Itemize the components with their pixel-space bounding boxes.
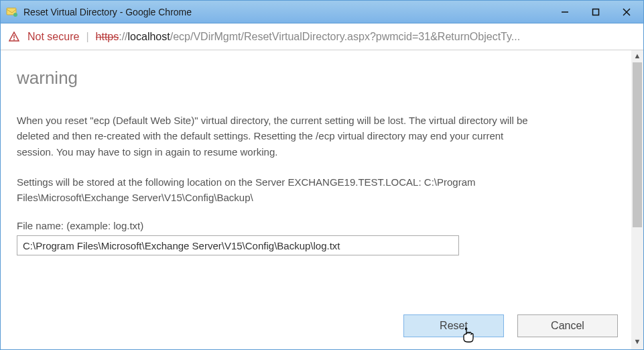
url-separator: | xyxy=(86,31,88,43)
titlebar[interactable]: Reset Virtual Directory - Google Chrome xyxy=(1,1,643,23)
svg-point-1 xyxy=(13,13,17,17)
svg-point-7 xyxy=(13,39,15,40)
reset-button[interactable]: Reset xyxy=(403,314,504,337)
scroll-track[interactable] xyxy=(631,62,643,337)
page-body: warning When you reset "ecp (Default Web… xyxy=(1,50,631,349)
scroll-down-icon[interactable]: ▼ xyxy=(634,337,641,348)
url-scheme: https xyxy=(96,31,119,42)
warning-paragraph-1: When you reset "ecp (Default Web Site)" … xyxy=(17,113,539,160)
url-host: localhost xyxy=(128,31,170,42)
window-title: Reset Virtual Directory - Google Chrome xyxy=(23,7,192,17)
warning-icon xyxy=(9,32,21,42)
app-icon xyxy=(6,6,18,18)
url-bar[interactable]: Not secure | https://localhost/ecp/VDirM… xyxy=(1,23,643,50)
vertical-scrollbar[interactable]: ▲ ▼ xyxy=(631,50,643,349)
svg-rect-3 xyxy=(593,9,599,15)
maximize-button[interactable] xyxy=(580,2,611,22)
file-name-input[interactable] xyxy=(17,235,459,255)
scroll-up-icon[interactable]: ▲ xyxy=(634,52,641,62)
chrome-window: Reset Virtual Directory - Google Chrome … xyxy=(0,0,644,350)
minimize-button[interactable] xyxy=(550,2,580,22)
cancel-button[interactable]: Cancel xyxy=(517,314,618,337)
not-secure-label: Not secure xyxy=(27,31,79,43)
url-scheme-sep: :// xyxy=(119,31,127,42)
url-text[interactable]: https://localhost/ecp/VDirMgmt/ResetVirt… xyxy=(96,31,635,43)
warning-paragraph-2: Settings will be stored at the following… xyxy=(17,174,539,206)
url-path: /ecp/VDirMgmt/ResetVirtualDirectory.aspx… xyxy=(170,31,520,42)
close-button[interactable] xyxy=(611,2,642,22)
page-heading: warning xyxy=(17,68,618,89)
file-name-label: File name: (example: log.txt) xyxy=(17,220,618,231)
scroll-thumb[interactable] xyxy=(633,62,642,227)
content-area: warning When you reset "ecp (Default Web… xyxy=(1,50,643,349)
button-row: Reset Cancel xyxy=(17,298,618,337)
